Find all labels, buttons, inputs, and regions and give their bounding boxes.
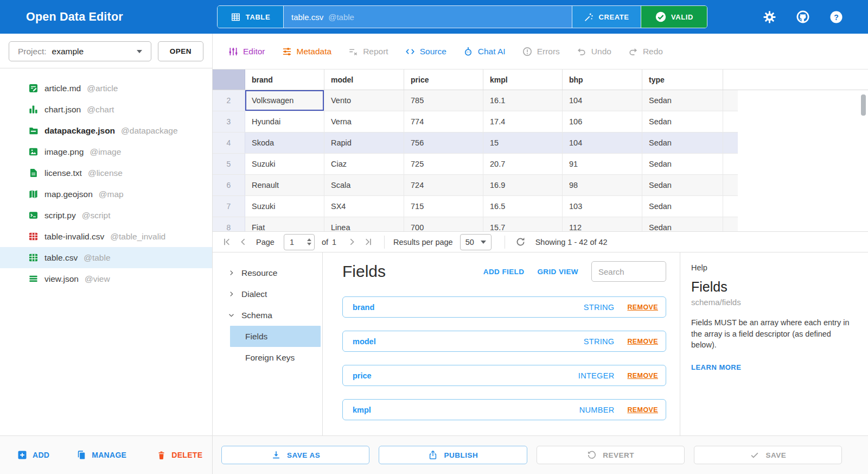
cell-r8-price[interactable]: 700 bbox=[404, 217, 483, 231]
table-view-tab[interactable]: TABLE bbox=[218, 6, 284, 28]
row-number-3[interactable]: 3 bbox=[213, 111, 245, 132]
first-page-icon[interactable] bbox=[219, 235, 233, 250]
page-stepper-arrows[interactable] bbox=[307, 238, 311, 246]
document-name-input[interactable]: table.csv @table bbox=[284, 6, 572, 28]
remove-field-button[interactable]: REMOVE bbox=[627, 304, 658, 311]
table-corner-cell[interactable] bbox=[213, 69, 245, 90]
cell-r5-kmpl[interactable]: 20.7 bbox=[483, 154, 563, 174]
cell-r7-price[interactable]: 715 bbox=[404, 196, 483, 217]
publish-button[interactable]: PUBLISH bbox=[379, 446, 527, 464]
cell-r6-model[interactable]: Scala bbox=[324, 175, 404, 195]
cell-r2-type[interactable]: Sedan bbox=[642, 90, 723, 111]
save-button[interactable]: SAVE bbox=[694, 446, 842, 464]
cell-r2-model[interactable]: Vento bbox=[324, 90, 404, 111]
file-item-license[interactable]: license.txt@license bbox=[0, 162, 212, 184]
cell-r5-price[interactable]: 725 bbox=[404, 154, 483, 174]
cell-r2-brand[interactable]: Volkswagen bbox=[245, 90, 324, 111]
column-header-brand[interactable]: brand bbox=[245, 69, 324, 90]
file-item-script[interactable]: script.py@script bbox=[0, 205, 212, 226]
file-item-datapackage[interactable]: datapackage.json@datapackage bbox=[0, 120, 212, 141]
cell-r7-kmpl[interactable]: 16.5 bbox=[483, 196, 563, 217]
row-number-4[interactable]: 4 bbox=[213, 132, 245, 153]
cell-r7-type[interactable]: Sedan bbox=[642, 196, 723, 217]
remove-field-button[interactable]: REMOVE bbox=[627, 338, 658, 345]
grid-view-button[interactable]: GRID VIEW bbox=[537, 268, 578, 276]
row-number-7[interactable]: 7 bbox=[213, 196, 245, 217]
project-select[interactable]: Project: example bbox=[9, 41, 151, 61]
file-item-view[interactable]: view.json@view bbox=[0, 268, 212, 289]
last-page-icon[interactable] bbox=[361, 235, 375, 250]
toolbar-item-metadata[interactable]: Metadata bbox=[282, 46, 332, 57]
cell-r6-kmpl[interactable]: 16.9 bbox=[483, 175, 563, 195]
toolbar-item-editor[interactable]: Editor bbox=[228, 46, 265, 57]
open-project-button[interactable]: OPEN bbox=[158, 41, 203, 61]
cell-r8-model[interactable]: Linea bbox=[324, 217, 404, 231]
cell-r8-brand[interactable]: Fiat bbox=[245, 217, 324, 231]
column-header-price[interactable]: price bbox=[404, 69, 483, 90]
column-header-model[interactable]: model bbox=[324, 69, 404, 90]
cell-r4-bhp[interactable]: 104 bbox=[563, 132, 642, 153]
cell-r3-price[interactable]: 774 bbox=[404, 111, 483, 132]
manage-files-button[interactable]: MANAGE bbox=[76, 450, 126, 460]
cell-r5-bhp[interactable]: 91 bbox=[563, 154, 642, 174]
field-card-kmpl[interactable]: kmplNUMBERREMOVE bbox=[342, 399, 666, 420]
cell-r3-brand[interactable]: Hyundai bbox=[245, 111, 324, 132]
delete-file-button[interactable]: DELETE bbox=[156, 450, 202, 460]
cell-r4-price[interactable]: 756 bbox=[404, 132, 483, 153]
cell-r6-type[interactable]: Sedan bbox=[642, 175, 723, 195]
tree-item-dialect[interactable]: Dialect bbox=[213, 283, 322, 305]
file-item-table_invalid[interactable]: table-invalid.csv@table_invalid bbox=[0, 226, 212, 247]
per-page-select[interactable]: 50 bbox=[460, 234, 492, 250]
help-icon[interactable]: ? bbox=[829, 10, 843, 24]
previous-page-icon[interactable] bbox=[236, 235, 250, 250]
stepper-down-icon[interactable] bbox=[307, 243, 311, 245]
cell-r7-brand[interactable]: Suzuki bbox=[245, 196, 324, 217]
table-scrollbar[interactable] bbox=[861, 94, 866, 116]
field-search-input[interactable] bbox=[591, 261, 666, 282]
toolbar-item-errors[interactable]: Errors bbox=[522, 46, 560, 57]
field-card-price[interactable]: priceINTEGERREMOVE bbox=[342, 365, 666, 386]
field-card-brand[interactable]: brandSTRINGREMOVE bbox=[342, 296, 666, 318]
remove-field-button[interactable]: REMOVE bbox=[627, 406, 658, 414]
column-header-kmpl[interactable]: kmpl bbox=[483, 69, 563, 90]
cell-r3-type[interactable]: Sedan bbox=[642, 111, 723, 132]
tree-item-fields[interactable]: Fields bbox=[230, 326, 321, 347]
github-icon[interactable] bbox=[796, 10, 810, 24]
cell-r6-brand[interactable]: Renault bbox=[245, 175, 324, 195]
cell-r5-model[interactable]: Ciaz bbox=[324, 154, 404, 174]
cell-r4-brand[interactable]: Skoda bbox=[245, 132, 324, 153]
column-header-bhp[interactable]: bhp bbox=[563, 69, 642, 90]
remove-field-button[interactable]: REMOVE bbox=[627, 372, 658, 380]
file-item-map[interactable]: map.geojson@map bbox=[0, 184, 212, 205]
toolbar-item-undo[interactable]: Undo bbox=[576, 46, 611, 57]
file-item-image[interactable]: image.png@image bbox=[0, 141, 212, 162]
toolbar-item-source[interactable]: Source bbox=[405, 46, 446, 57]
cell-r3-kmpl[interactable]: 17.4 bbox=[483, 111, 563, 132]
row-number-8[interactable]: 8 bbox=[213, 217, 245, 231]
tree-item-foreign-keys[interactable]: Foreign Keys bbox=[213, 347, 322, 368]
file-item-article[interactable]: article.md@article bbox=[0, 78, 212, 99]
file-item-chart[interactable]: chart.json@chart bbox=[0, 99, 212, 120]
cell-r2-kmpl[interactable]: 16.1 bbox=[483, 90, 563, 111]
cell-r2-price[interactable]: 785 bbox=[404, 90, 483, 111]
save-as-button[interactable]: SAVE AS bbox=[221, 446, 369, 464]
cell-r8-type[interactable]: Sedan bbox=[642, 217, 723, 231]
toolbar-item-chat-ai[interactable]: Chat AI bbox=[463, 46, 506, 57]
file-item-table[interactable]: table.csv@table bbox=[0, 247, 212, 268]
next-page-icon[interactable] bbox=[344, 235, 359, 250]
cell-r2-bhp[interactable]: 104 bbox=[563, 90, 642, 111]
column-header-type[interactable]: type bbox=[642, 69, 723, 90]
cell-r5-type[interactable]: Sedan bbox=[642, 154, 723, 174]
stepper-up-icon[interactable] bbox=[307, 238, 311, 241]
revert-button[interactable]: REVERT bbox=[537, 446, 685, 464]
tree-item-resource[interactable]: Resource bbox=[213, 262, 322, 283]
tree-item-schema[interactable]: Schema bbox=[213, 305, 322, 326]
row-number-5[interactable]: 5 bbox=[213, 154, 245, 174]
row-number-6[interactable]: 6 bbox=[213, 175, 245, 195]
refresh-icon[interactable] bbox=[514, 235, 528, 250]
cell-r5-brand[interactable]: Suzuki bbox=[245, 154, 324, 174]
toolbar-item-redo[interactable]: Redo bbox=[628, 46, 663, 57]
cell-r7-bhp[interactable]: 103 bbox=[563, 196, 642, 217]
cell-r6-bhp[interactable]: 98 bbox=[563, 175, 642, 195]
cell-r7-model[interactable]: SX4 bbox=[324, 196, 404, 217]
